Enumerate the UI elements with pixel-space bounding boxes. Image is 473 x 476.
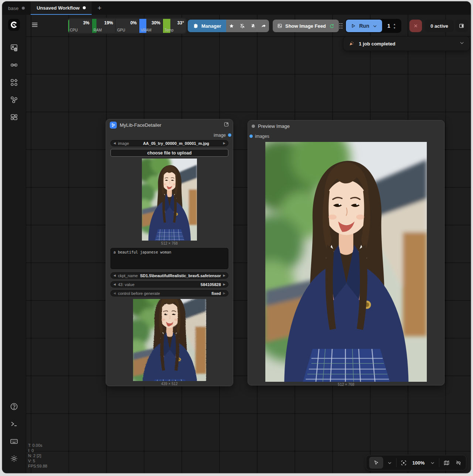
- notification-text: 1 job completed: [359, 41, 455, 47]
- preview-image-output[interactable]: [265, 142, 427, 382]
- next-arrow-icon[interactable]: ▶: [223, 142, 225, 145]
- widget-ckpt-name[interactable]: ◀ ckpt_name SD1.5\beautifulRealistic_bra…: [110, 272, 228, 279]
- input-port-images[interactable]: images: [248, 132, 444, 141]
- alerts-mute-button[interactable]: [248, 20, 258, 32]
- sidebar-item-workflows-graph[interactable]: [7, 92, 21, 107]
- chevron-down-icon: [387, 460, 392, 465]
- prev-arrow-icon[interactable]: ◀: [113, 274, 116, 277]
- run-button[interactable]: Run: [346, 20, 382, 32]
- cursor-icon: [373, 460, 379, 466]
- layout-icon: [10, 113, 18, 122]
- image-assets-icon: [10, 43, 18, 52]
- sidebar-item-terminal[interactable]: [7, 416, 21, 431]
- input-port-dot[interactable]: [249, 135, 253, 138]
- canvas-controls-toolbar: 100%: [366, 455, 466, 470]
- batch-count-input[interactable]: 1 ▲▼: [382, 20, 401, 32]
- close-icon: [413, 23, 418, 28]
- new-tab-button[interactable]: +: [92, 1, 107, 15]
- batch-count-stepper[interactable]: ▲▼: [393, 23, 396, 29]
- hamburger-icon: [31, 21, 39, 29]
- widget-label: 43: value: [118, 282, 135, 287]
- share-button[interactable]: [258, 20, 269, 32]
- node-mylib-facedetailer[interactable]: MyLib-FaceDetailer image ◀ image: [106, 119, 233, 386]
- shapes-icon: [10, 78, 18, 87]
- manager-button[interactable]: Manager: [188, 20, 226, 32]
- manager-label: Manager: [201, 23, 221, 29]
- monitor-temp: 33° Temp: [163, 19, 186, 33]
- panel-toggle-icon: [459, 23, 465, 29]
- temp-label: Temp: [164, 28, 173, 32]
- prompt-textarea[interactable]: a beautiful japanese woman: [110, 248, 228, 269]
- resource-monitors: 3% CPU 19% RAM 0% GPU 30% VRAM: [67, 18, 187, 34]
- sidebar-item-templates[interactable]: [7, 110, 21, 125]
- zoom-dropdown-button[interactable]: [429, 457, 436, 469]
- step-up-icon[interactable]: ▲: [393, 23, 396, 26]
- fit-view-button[interactable]: [399, 457, 408, 469]
- prev-arrow-icon[interactable]: ◀: [113, 283, 116, 286]
- next-arrow-icon[interactable]: ▶: [223, 292, 225, 295]
- favorites-button[interactable]: [226, 20, 237, 32]
- menu-button[interactable]: [31, 21, 39, 30]
- link-slash-icon: [455, 460, 462, 466]
- cpu-label: CPU: [70, 28, 78, 32]
- prev-arrow-icon[interactable]: ◀: [113, 142, 116, 145]
- next-arrow-icon[interactable]: ▶: [223, 283, 225, 286]
- active-jobs-badge[interactable]: 0 active: [425, 20, 454, 32]
- cancel-button[interactable]: [409, 20, 422, 32]
- node-title: Preview Image: [258, 123, 290, 129]
- node-image-preview[interactable]: [142, 159, 197, 241]
- output-port-image[interactable]: image: [106, 130, 233, 140]
- comfyui-logo[interactable]: [8, 19, 20, 31]
- prev-arrow-icon[interactable]: ◀: [113, 292, 116, 295]
- collapse-node-dot[interactable]: [252, 125, 255, 128]
- output-port-dot[interactable]: [228, 133, 231, 137]
- widget-seed-value[interactable]: ◀ 43: value 584105828 ▶: [110, 281, 228, 288]
- sidebar-item-model-library[interactable]: [7, 75, 21, 90]
- select-tool-button[interactable]: [369, 457, 383, 469]
- comfyui-logo-icon: [10, 21, 18, 28]
- zoom-level-button[interactable]: 100%: [411, 457, 426, 469]
- node-graph-icon: [10, 95, 18, 104]
- sidebar-item-help[interactable]: [7, 399, 21, 414]
- step-down-icon[interactable]: ▼: [393, 27, 396, 29]
- node-image-preview-noisy[interactable]: [133, 299, 206, 381]
- tab-unsaved-workflow[interactable]: Unsaved Workflow: [31, 1, 92, 15]
- widget-label: control before generate: [118, 291, 160, 296]
- image-dimensions-caption: 512 × 768: [252, 382, 440, 388]
- image-feed-icon: [277, 23, 282, 28]
- widget-image-select[interactable]: ◀ image AA_05_try_00000_m_00001_m.jpg ▶: [110, 140, 228, 146]
- sidebar-item-assets[interactable]: [7, 40, 21, 55]
- star-icon: [229, 23, 234, 29]
- graph-canvas[interactable]: 3% CPU 19% RAM 0% GPU 30% VRAM: [26, 15, 471, 473]
- tab-base[interactable]: base: [2, 1, 31, 15]
- node-preview-image[interactable]: Preview Image images 512 × 768: [248, 120, 445, 385]
- sidebar-item-settings[interactable]: [7, 451, 21, 466]
- widget-label: ckpt_name: [118, 273, 138, 278]
- notifications-mute-button[interactable]: [237, 20, 248, 32]
- next-arrow-icon[interactable]: ▶: [223, 274, 225, 277]
- sidebar-item-shortcuts[interactable]: [7, 434, 21, 449]
- monitor-ram: 19% RAM: [92, 19, 115, 33]
- expand-node-icon[interactable]: [224, 122, 229, 128]
- toolbar-drag-handle[interactable]: [339, 23, 343, 29]
- toggle-links-button[interactable]: [454, 457, 463, 469]
- chevron-down-icon: [430, 460, 435, 465]
- sidebar-item-node-library[interactable]: [7, 58, 21, 72]
- play-icon: [351, 23, 356, 28]
- cpu-value: 3%: [83, 20, 89, 26]
- job-notification[interactable]: 1 job completed: [343, 36, 470, 51]
- puzzle-icon: [193, 23, 198, 29]
- minimap-button[interactable]: [442, 457, 451, 469]
- input-port-label: images: [255, 134, 269, 139]
- share-arrow-icon: [261, 23, 266, 29]
- show-image-feed-button[interactable]: Show Image Feed: [273, 20, 339, 32]
- zoom-level-value: 100%: [412, 460, 425, 466]
- node-title-bar[interactable]: MyLib-FaceDetailer: [106, 119, 233, 130]
- node-title-bar[interactable]: Preview Image: [248, 120, 444, 132]
- toggle-panel-button[interactable]: [455, 20, 468, 32]
- temp-value: 33°: [177, 20, 184, 26]
- upload-button[interactable]: choose file to upload: [110, 149, 228, 157]
- widget-control-before-generate[interactable]: ◀ control before generate fixed ▶: [110, 290, 228, 296]
- notification-chevron-icon[interactable]: [459, 40, 465, 47]
- tool-dropdown-button[interactable]: [386, 457, 394, 469]
